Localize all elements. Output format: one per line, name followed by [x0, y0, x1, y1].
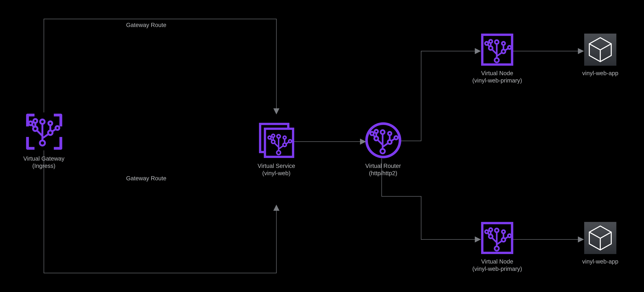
label-vnode-bottom-title: Virtual Node: [481, 258, 513, 265]
edge-gateway-route-bottom: Gateway Route: [44, 150, 276, 273]
node-virtual-router: Virtual Router (http/http2): [365, 124, 401, 176]
label-gateway-route-top: Gateway Route: [126, 22, 166, 28]
label-vnode-bottom-sub: (vinyl-web-primary): [472, 266, 522, 272]
label-virtual-router-title: Virtual Router: [365, 163, 401, 169]
virtual-gateway-icon: [28, 115, 61, 148]
label-vnode-top-sub: (vinyl-web-primary): [472, 77, 522, 84]
architecture-diagram: Gateway Route Gateway Route Virtual Gate…: [0, 0, 644, 292]
node-virtual-service: Virtual Service (vinyl-web): [258, 124, 295, 176]
node-virtual-gateway: Virtual Gateway (Ingress): [23, 115, 64, 169]
app-cube-icon: [584, 222, 616, 254]
app-cube-icon: [584, 34, 616, 66]
node-app-bottom: vinyl-web-app: [582, 222, 618, 265]
node-virtual-node-top: Virtual Node (vinyl-web-primary): [472, 35, 522, 84]
label-app-bottom: vinyl-web-app: [582, 258, 618, 265]
label-app-top: vinyl-web-app: [582, 70, 618, 76]
label-virtual-service-sub: (vinyl-web): [262, 170, 290, 176]
label-gateway-route-bottom: Gateway Route: [126, 175, 166, 181]
label-virtual-gateway-title: Virtual Gateway: [23, 155, 64, 162]
virtual-node-icon: [482, 223, 512, 253]
edge-gateway-route-top: Gateway Route: [44, 19, 276, 114]
virtual-service-icon: [260, 124, 293, 157]
label-vnode-top-title: Virtual Node: [481, 70, 513, 76]
virtual-node-icon: [482, 35, 512, 65]
virtual-router-icon: [366, 124, 400, 157]
label-virtual-gateway-sub: (Ingress): [32, 163, 56, 169]
label-virtual-router-sub: (http/http2): [369, 170, 397, 176]
node-app-top: vinyl-web-app: [582, 34, 618, 76]
label-virtual-service-title: Virtual Service: [258, 163, 295, 169]
edge-router-to-vnode-top: [398, 51, 480, 141]
node-virtual-node-bottom: Virtual Node (vinyl-web-primary): [472, 223, 522, 272]
